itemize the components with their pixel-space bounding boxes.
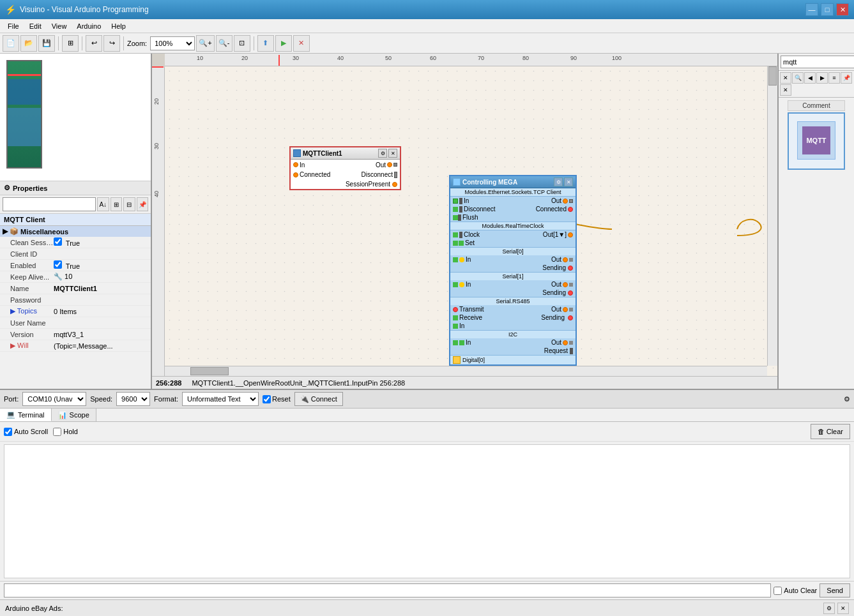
ctrl-settings[interactable]: ⚙ [554,177,563,186]
s0-sending-pin[interactable] [568,266,573,271]
component-card-mqtt[interactable]: MQTT [788,112,845,170]
tab-terminal[interactable]: 💻 Terminal [0,409,52,421]
search-next-btn[interactable]: ▶ [816,72,828,84]
serial-output[interactable] [4,444,850,578]
prop-password[interactable]: Password [0,294,151,306]
s1-out-sq[interactable] [569,283,573,287]
grid-button[interactable]: ⊞ [62,35,79,52]
open-button[interactable]: 📂 [20,35,37,52]
tcp-flush-pin[interactable] [453,215,458,220]
i2c-in-pin2[interactable] [459,340,464,345]
send-button[interactable]: Send [820,583,850,597]
rtc-clock-pin[interactable] [453,232,458,237]
tcp-conn-pin[interactable] [568,207,573,212]
zoom-out-button[interactable]: 🔍- [216,35,233,52]
zoom-in-button[interactable]: 🔍+ [196,35,214,52]
maximize-button[interactable]: □ [821,3,834,16]
connected-pin[interactable] [293,172,298,177]
rtc-set-pin1[interactable] [453,241,458,246]
mqtt-node-close[interactable]: ✕ [388,149,397,158]
search-props-input[interactable] [3,197,96,211]
disconnect-pin[interactable] [394,172,397,178]
s1-sending-pin[interactable] [568,290,573,296]
prop-client-id[interactable]: Client ID [0,248,151,260]
props-expand-button[interactable]: ⊞ [111,197,123,211]
tcp-disc-pin[interactable] [453,207,458,212]
undo-button[interactable]: ↩ [86,35,102,52]
connect-button[interactable]: 🔌 Connect [294,392,343,406]
port-combo[interactable]: COM10 (Unav [22,392,86,406]
rtc-out-pin[interactable] [568,232,573,237]
ads-close-btn[interactable]: ✕ [837,603,849,614]
ctrl-close[interactable]: ✕ [564,177,573,186]
redo-button[interactable]: ↪ [103,35,120,52]
minimize-button[interactable]: — [805,3,818,16]
session-pin[interactable] [392,182,397,187]
canvas-container[interactable]: MQTTClient1 ⚙ ✕ In Out [165,66,777,376]
prop-name[interactable]: Name MQTTClient1 [0,283,151,294]
props-collapse-button[interactable]: ⊟ [123,197,135,211]
menu-file[interactable]: File [3,21,24,31]
mqtt-client-node[interactable]: MQTTClient1 ⚙ ✕ In Out [289,146,401,190]
out-pin-sq[interactable] [393,163,397,167]
i2c-out-pin[interactable] [563,340,568,345]
props-sort-button[interactable]: A↓ [97,197,109,211]
menu-edit[interactable]: Edit [24,21,47,31]
rtc-set-pin2[interactable] [459,241,464,246]
i2c-in-pin1[interactable] [453,340,458,345]
tcp-in-pin[interactable] [453,199,458,204]
new-button[interactable]: 📄 [3,35,19,52]
menu-view[interactable]: View [47,21,72,31]
tab-scope[interactable]: 📊 Scope [52,409,96,421]
s0-out-pin[interactable] [563,257,568,262]
canvas-hscroll[interactable] [165,366,767,376]
tcp-out-sq[interactable] [569,199,573,203]
zoom-combo[interactable]: 100% [150,36,195,50]
hscroll-thumb[interactable] [190,367,229,375]
stop-button[interactable]: ✕ [293,35,310,52]
autoclear-checkbox[interactable] [774,587,782,595]
search-menu-btn[interactable]: ≡ [828,72,840,84]
autoscroll-checkbox[interactable] [4,428,12,436]
s0-out-sq[interactable] [569,258,573,262]
controller-mega-node[interactable]: Controlling MEGA ⚙ ✕ Modules.Ethernet.So… [449,175,577,366]
menu-arduino[interactable]: Arduino [72,21,106,31]
menu-help[interactable]: Help [106,21,131,31]
rs485-rx-pin[interactable] [453,315,458,320]
clean-session-checkbox[interactable] [54,237,62,246]
serial-tools-icon[interactable]: ⚙ [844,395,850,403]
vscroll-thumb[interactable] [768,66,777,86]
serial-send-input[interactable] [4,583,771,597]
clear-button-terminal[interactable]: 🗑 Clear [811,424,850,439]
search-prev-btn[interactable]: ◀ [804,72,816,84]
reset-checkbox[interactable] [263,395,271,403]
rs485-out-pin[interactable] [563,307,568,312]
in-pin-left[interactable] [293,162,298,167]
title-bar-controls[interactable]: — □ ✕ [805,3,849,16]
props-pin-button[interactable]: 📌 [137,197,149,211]
search-pin-btn[interactable]: 📌 [841,72,852,84]
tcp-out-pin[interactable] [563,199,568,204]
s0-in-pin[interactable] [453,257,458,262]
search-filter-btn[interactable]: 🔍 [792,72,804,84]
rs485-tx-pin[interactable] [453,307,458,312]
rs485-sending-pin[interactable] [568,315,573,320]
hold-checkbox[interactable] [53,428,61,436]
search-close-btn[interactable]: ✕ [780,84,791,96]
prop-topics[interactable]: ▶ Topics 0 Items [0,306,151,317]
prop-enabled[interactable]: Enabled True [0,260,151,271]
mqtt-node-settings[interactable]: ⚙ [378,149,387,158]
upload-button[interactable]: ⬆ [257,35,274,52]
i2c-out-sq[interactable] [569,341,573,345]
canvas-vscroll[interactable] [767,66,777,366]
s1-out-pin[interactable] [563,282,568,287]
speed-combo[interactable]: 9600 [116,392,150,406]
out-pin-right[interactable] [387,162,392,167]
component-search-input[interactable] [781,56,854,68]
rs485-out-sq[interactable] [569,308,573,312]
prop-version[interactable]: Version mqttV3_1 [0,329,151,340]
prop-keepalive[interactable]: Keep Alive... 🔧 10 [0,271,151,283]
prop-will[interactable]: ▶ Will (Topic=,Message... [0,340,151,352]
search-clear-btn[interactable]: ✕ [780,72,791,84]
enabled-checkbox[interactable] [54,260,62,269]
